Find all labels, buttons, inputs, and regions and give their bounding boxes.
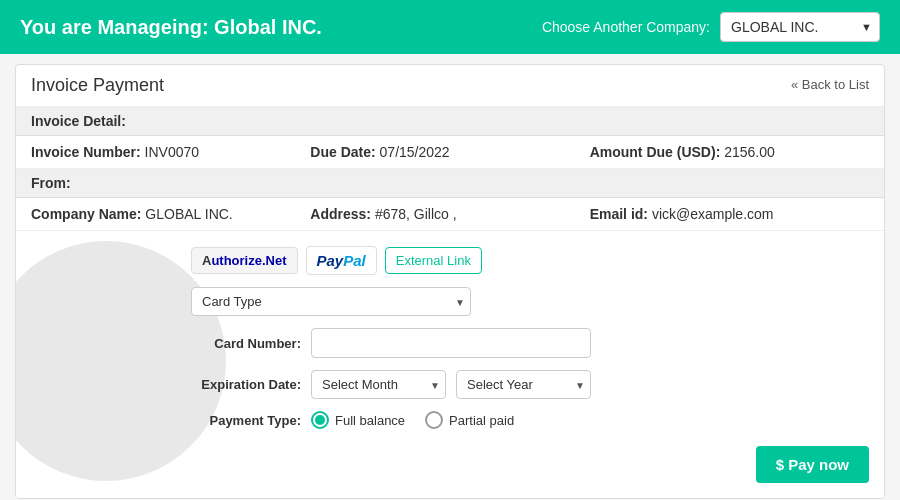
email-label: Email id: (590, 206, 648, 222)
paypal-pal-text: Pal (343, 252, 366, 269)
card-type-row: Card Type Visa Mastercard (191, 287, 869, 316)
company-select-wrapper[interactable]: GLOBAL INC. (720, 12, 880, 42)
year-select[interactable]: Select Year 202220232024 202520262027 (456, 370, 591, 399)
authorize-net-button[interactable]: Authorize.Net (191, 247, 298, 274)
partial-paid-option[interactable]: Partial paid (425, 411, 514, 429)
email-value: vick@example.com (652, 206, 774, 222)
payment-type-radio-group: Full balance Partial paid (311, 411, 514, 429)
invoice-payment-header: Invoice Payment « Back to List (16, 65, 884, 107)
card-type-select-wrapper[interactable]: Card Type Visa Mastercard (191, 287, 471, 316)
card-number-row: Card Number: (191, 328, 869, 358)
authorize-net-text: uthorize.Net (211, 253, 286, 268)
invoice-payment-title: Invoice Payment (31, 75, 164, 96)
due-date-field: Due Date: 07/15/2022 (310, 144, 589, 160)
amount-due-label: Amount Due (USD): (590, 144, 721, 160)
payment-form-area: Authorize.Net PayPal External Link Card … (191, 246, 869, 429)
invoice-number-label: Invoice Number: (31, 144, 141, 160)
authorize-net-label: A (202, 253, 211, 268)
company-name-label: Company Name: (31, 206, 141, 222)
card-number-input[interactable] (311, 328, 591, 358)
paypal-button[interactable]: PayPal (306, 246, 377, 275)
pay-now-button[interactable]: $ Pay now (756, 446, 869, 483)
paypal-pay-text: Pay (317, 252, 344, 269)
payment-methods-row: Authorize.Net PayPal External Link (191, 246, 869, 275)
month-select[interactable]: Select Month JanuaryFebruaryMarch AprilM… (311, 370, 446, 399)
address-field: Address: #678, Gillco , (310, 206, 589, 222)
expiration-date-row: Expiration Date: Select Month JanuaryFeb… (191, 370, 869, 399)
partial-paid-radio[interactable] (425, 411, 443, 429)
company-select[interactable]: GLOBAL INC. (720, 12, 880, 42)
managing-title: You are Manageing: Global INC. (20, 16, 322, 39)
external-link-button[interactable]: External Link (385, 247, 482, 274)
address-value: #678, Gillco , (375, 206, 457, 222)
full-balance-radio[interactable] (311, 411, 329, 429)
choose-company-label: Choose Another Company: (542, 19, 710, 35)
due-date-label: Due Date: (310, 144, 375, 160)
month-select-wrapper[interactable]: Select Month JanuaryFebruaryMarch AprilM… (311, 370, 446, 399)
amount-due-value: 2156.00 (724, 144, 775, 160)
year-select-wrapper[interactable]: Select Year 202220232024 202520262027 (456, 370, 591, 399)
invoice-detail-header: Invoice Detail: (16, 107, 884, 136)
company-selector-group: Choose Another Company: GLOBAL INC. (542, 12, 880, 42)
address-label: Address: (310, 206, 371, 222)
main-card: Invoice Payment « Back to List Invoice D… (15, 64, 885, 499)
payment-type-row: Payment Type: Full balance Partial paid (191, 411, 869, 429)
expiration-date-label: Expiration Date: (191, 377, 301, 392)
full-balance-label: Full balance (335, 413, 405, 428)
from-detail-row: Company Name: GLOBAL INC. Address: #678,… (16, 198, 884, 231)
company-name-value: GLOBAL INC. (145, 206, 232, 222)
partial-paid-label: Partial paid (449, 413, 514, 428)
invoice-number-field: Invoice Number: INV0070 (31, 144, 310, 160)
card-number-label: Card Number: (191, 336, 301, 351)
from-header: From: (16, 169, 884, 198)
card-type-select[interactable]: Card Type Visa Mastercard (191, 287, 471, 316)
company-name-field: Company Name: GLOBAL INC. (31, 206, 310, 222)
payment-type-label: Payment Type: (191, 413, 301, 428)
email-field: Email id: vick@example.com (590, 206, 869, 222)
invoice-number-value: INV0070 (145, 144, 199, 160)
invoice-detail-row: Invoice Number: INV0070 Due Date: 07/15/… (16, 136, 884, 169)
full-balance-option[interactable]: Full balance (311, 411, 405, 429)
back-to-list-link[interactable]: « Back to List (791, 77, 869, 94)
amount-due-field: Amount Due (USD): 2156.00 (590, 144, 869, 160)
payment-section: PC i ✓ DSS COMPLIANT Authorize.Net PayPa… (16, 231, 884, 498)
header: You are Manageing: Global INC. Choose An… (0, 0, 900, 54)
due-date-value: 07/15/2022 (380, 144, 450, 160)
